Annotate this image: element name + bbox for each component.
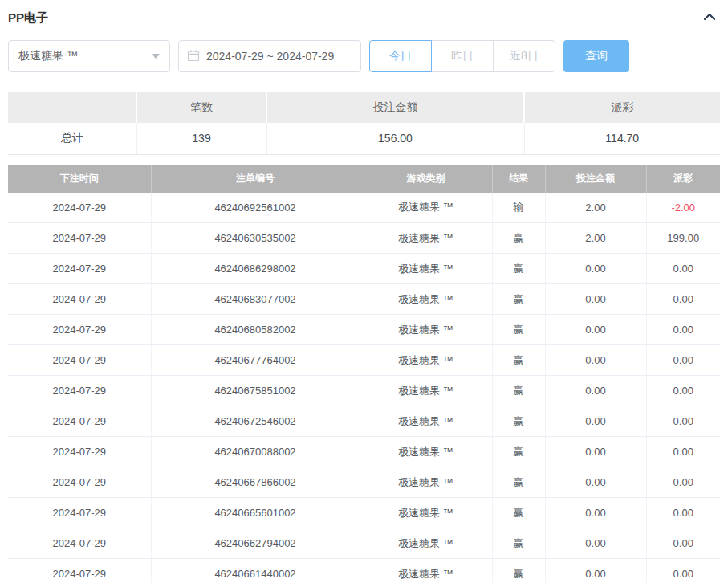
record-cell: 0.00 <box>646 315 720 345</box>
record-cell: 极速糖果 ™ <box>360 406 492 437</box>
record-cell: 46240667866002 <box>151 467 360 498</box>
record-cell: 0.00 <box>545 345 646 376</box>
record-cell: 199.00 <box>646 223 720 254</box>
record-cell: 0.00 <box>545 254 646 284</box>
record-cell: 2024-07-29 <box>8 345 151 376</box>
date-range-input[interactable]: 2024-07-29 ~ 2024-07-29 <box>178 40 361 72</box>
record-cell: 0.00 <box>545 559 646 583</box>
summary-table: 笔数投注金额派彩 总计139156.00114.70 <box>8 92 720 155</box>
record-cell: 0.00 <box>646 345 720 376</box>
record-cell: 极速糖果 ™ <box>360 284 492 315</box>
record-cell: 赢 <box>492 467 545 498</box>
summary-cell: 156.00 <box>266 123 524 154</box>
record-cell: 2024-07-29 <box>8 315 151 345</box>
record-cell: 46240665601002 <box>151 498 360 528</box>
record-row: 2024-07-2946240662794002极速糖果 ™赢0.000.00 <box>8 528 720 559</box>
record-row: 2024-07-2946240680582002极速糖果 ™赢0.000.00 <box>8 315 720 345</box>
record-cell: 赢 <box>492 498 545 528</box>
summary-header-row: 笔数投注金额派彩 <box>8 92 720 123</box>
record-row: 2024-07-2946240665601002极速糖果 ™赢0.000.00 <box>8 498 720 528</box>
panel-header: PP电子 <box>8 0 720 26</box>
records-header-row: 下注时间注单编号游戏类别结果投注金额派彩 <box>8 165 720 193</box>
caret-down-icon <box>152 54 160 59</box>
record-cell: 极速糖果 ™ <box>360 254 492 284</box>
record-cell: 极速糖果 ™ <box>360 437 492 467</box>
record-cell: 极速糖果 ™ <box>360 345 492 376</box>
record-cell: 赢 <box>492 254 545 284</box>
record-cell: 0.00 <box>545 315 646 345</box>
summary-header-cell: 派彩 <box>524 92 720 123</box>
record-cell: 赢 <box>492 406 545 437</box>
record-cell: 46240630535002 <box>151 223 360 254</box>
record-cell: 2024-07-29 <box>8 193 151 223</box>
summary-cell: 114.70 <box>524 123 720 154</box>
records-body: 2024-07-2946240692561002极速糖果 ™输2.00-2.00… <box>8 193 720 583</box>
record-cell: 极速糖果 ™ <box>360 528 492 559</box>
record-row: 2024-07-2946240677764002极速糖果 ™赢0.000.00 <box>8 345 720 376</box>
quick-range-button-last-8-days[interactable]: 近8日 <box>493 40 555 72</box>
quick-range-button-yesterday[interactable]: 昨日 <box>431 40 494 72</box>
summary-cell: 139 <box>136 123 266 154</box>
record-cell: 2024-07-29 <box>8 437 151 467</box>
record-cell: 赢 <box>492 376 545 406</box>
record-cell: 46240662794002 <box>151 528 360 559</box>
record-cell: 46240675851002 <box>151 376 360 406</box>
record-cell: 极速糖果 ™ <box>360 193 492 223</box>
summary-total-row: 总计139156.00114.70 <box>8 123 720 154</box>
collapse-panel-button[interactable] <box>701 10 718 27</box>
record-cell: 0.00 <box>545 406 646 437</box>
record-cell: 46240661440002 <box>151 559 360 583</box>
quick-range-button-today[interactable]: 今日 <box>369 40 432 72</box>
calendar-icon <box>187 49 206 64</box>
record-cell: 46240686298002 <box>151 254 360 284</box>
record-cell: 46240677764002 <box>151 345 360 376</box>
records-header-cell: 下注时间 <box>8 165 151 193</box>
record-cell: 极速糖果 ™ <box>360 467 492 498</box>
record-cell: 46240692561002 <box>151 193 360 223</box>
record-cell: 赢 <box>492 223 545 254</box>
record-cell: 极速糖果 ™ <box>360 223 492 254</box>
record-row: 2024-07-2946240683077002极速糖果 ™赢0.000.00 <box>8 284 720 315</box>
record-cell: 0.00 <box>646 406 720 437</box>
record-cell: 2024-07-29 <box>8 284 151 315</box>
record-cell: 0.00 <box>646 559 720 583</box>
records-header-cell: 注单编号 <box>151 165 360 193</box>
record-cell: 2024-07-29 <box>8 223 151 254</box>
record-cell: 0.00 <box>646 254 720 284</box>
record-cell: 0.00 <box>646 437 720 467</box>
record-row: 2024-07-2946240686298002极速糖果 ™赢0.000.00 <box>8 254 720 284</box>
quick-range-button-group: 今日昨日近8日 <box>369 40 555 72</box>
record-row: 2024-07-2946240661440002极速糖果 ™赢0.000.00 <box>8 559 720 583</box>
record-cell: 赢 <box>492 345 545 376</box>
record-row: 2024-07-2946240692561002极速糖果 ™输2.00-2.00 <box>8 193 720 223</box>
record-cell: 0.00 <box>545 376 646 406</box>
record-cell: 0.00 <box>646 284 720 315</box>
record-cell: 0.00 <box>646 376 720 406</box>
search-button[interactable]: 查询 <box>563 40 629 72</box>
record-cell: 赢 <box>492 559 545 583</box>
game-select-value: 极速糖果 ™ <box>18 49 78 63</box>
filter-controls: 极速糖果 ™ 2024-07-29 ~ 2024-07-29 今日昨日近8日 查… <box>8 40 720 72</box>
record-cell: 2024-07-29 <box>8 406 151 437</box>
record-cell: 赢 <box>492 437 545 467</box>
record-cell: 2024-07-29 <box>8 376 151 406</box>
record-cell: -2.00 <box>646 193 720 223</box>
game-select[interactable]: 极速糖果 ™ <box>8 40 170 72</box>
record-row: 2024-07-2946240630535002极速糖果 ™赢2.00199.0… <box>8 223 720 254</box>
chevron-up-icon <box>702 11 717 26</box>
summary-header-cell: 笔数 <box>136 92 266 123</box>
record-cell: 0.00 <box>545 467 646 498</box>
record-cell: 赢 <box>492 315 545 345</box>
record-cell: 0.00 <box>646 467 720 498</box>
record-row: 2024-07-2946240667866002极速糖果 ™赢0.000.00 <box>8 467 720 498</box>
records-header-cell: 派彩 <box>646 165 720 193</box>
record-row: 2024-07-2946240675851002极速糖果 ™赢0.000.00 <box>8 376 720 406</box>
record-cell: 极速糖果 ™ <box>360 315 492 345</box>
record-cell: 0.00 <box>545 498 646 528</box>
record-cell: 0.00 <box>545 528 646 559</box>
record-row: 2024-07-2946240672546002极速糖果 ™赢0.000.00 <box>8 406 720 437</box>
record-cell: 0.00 <box>545 437 646 467</box>
record-cell: 赢 <box>492 528 545 559</box>
records-header-cell: 投注金额 <box>545 165 646 193</box>
record-cell: 2.00 <box>545 193 646 223</box>
